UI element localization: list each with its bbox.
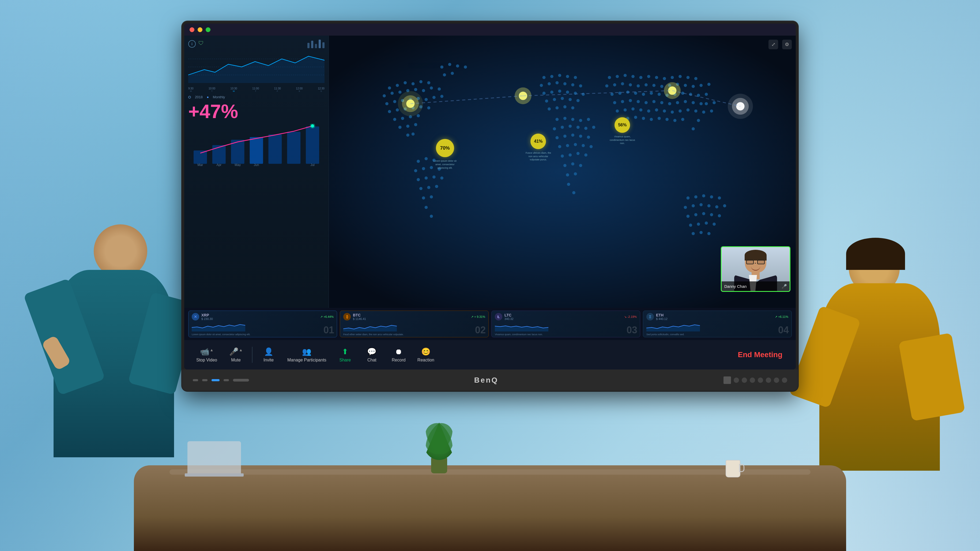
video-person-name: Danny Chan	[724, 284, 746, 288]
svg-point-89	[571, 83, 574, 86]
monitor-btn-2[interactable]	[733, 377, 739, 383]
collapse-icon[interactable]: ⤢	[768, 40, 778, 49]
svg-point-207	[673, 119, 677, 122]
svg-point-97	[545, 100, 548, 103]
svg-point-137	[572, 191, 576, 194]
svg-point-106	[555, 118, 559, 121]
svg-text:Jul: Jul	[310, 163, 314, 167]
svg-text:Apr: Apr	[216, 163, 221, 167]
settings-icon[interactable]: ⚙	[782, 40, 792, 49]
end-meeting-button[interactable]: End Meeting	[733, 348, 788, 362]
svg-point-48	[401, 117, 404, 120]
svg-point-217	[702, 194, 705, 197]
record-button[interactable]: ⏺ Record	[387, 345, 411, 365]
svg-point-113	[568, 124, 572, 128]
svg-point-145	[663, 77, 666, 80]
svg-point-23	[419, 80, 423, 83]
bubble-41[interactable]: 41% Fusce ultrices diam, the non arcu ve…	[525, 134, 552, 161]
ltc-price: 340.32	[504, 317, 514, 320]
svg-point-163	[708, 83, 711, 86]
svg-point-226	[687, 215, 690, 218]
svg-rect-7	[250, 137, 263, 164]
panel-header: i 🛡	[188, 40, 325, 48]
svg-point-236	[699, 231, 703, 234]
svg-point-117	[555, 136, 559, 140]
svg-point-29	[414, 88, 417, 91]
svg-point-191	[632, 107, 635, 111]
traffic-light-yellow[interactable]	[197, 27, 202, 32]
crypto-card-ltc[interactable]: Ł LTC 340.32 ↘ -2.19%	[492, 311, 640, 338]
svg-point-63	[425, 157, 428, 160]
map-controls: ⤢ ⚙	[768, 40, 792, 49]
microphone-icon: 🎤	[229, 347, 239, 356]
crypto-card-btc[interactable]: ₿ BTC $ 1146.41 ↗ + 9.31%	[340, 311, 488, 338]
time-label-1: 9:30	[188, 87, 193, 90]
svg-point-119	[571, 134, 574, 137]
svg-point-96	[582, 92, 585, 96]
monitor-usb	[212, 379, 220, 381]
mute-arrow-icon: ▲	[239, 348, 243, 352]
xrp-description: Lorem ipsum dolor sit amet, consectetur …	[192, 333, 334, 336]
monitor-btn-7[interactable]	[774, 377, 779, 383]
monitor-btn-1[interactable]	[724, 376, 731, 384]
chat-label: Chat	[368, 358, 377, 363]
info-icon[interactable]: i	[188, 40, 196, 48]
svg-point-34	[393, 100, 396, 104]
svg-point-129	[576, 152, 580, 155]
monitor-btn-8[interactable]	[782, 377, 787, 383]
svg-point-186	[684, 100, 687, 104]
svg-point-84	[574, 76, 577, 79]
monitor-right-controls	[724, 376, 787, 384]
xrp-change: ↗ +6.44%	[320, 315, 334, 318]
svg-point-33	[385, 102, 388, 105]
share-button[interactable]: ⬆ Share	[333, 345, 357, 365]
chat-button[interactable]: 💬 Chat	[360, 345, 384, 365]
svg-point-209	[705, 102, 708, 105]
stop-video-button[interactable]: 📹 ▲ Stop Video	[192, 345, 221, 365]
ltc-symbol: LTC	[504, 313, 514, 317]
svg-point-131	[563, 164, 566, 167]
monitor-btn-3[interactable]	[742, 377, 747, 383]
crypto-card-eth[interactable]: Ξ ETH $ 440.12 ↗ +6.11%	[643, 311, 792, 338]
traffic-light-red[interactable]	[189, 27, 194, 32]
monitor-btn-4[interactable]	[750, 377, 755, 383]
monitor-btn-5[interactable]	[758, 377, 763, 383]
svg-point-213	[697, 119, 700, 122]
year-selector: 2018 ● Monthly	[188, 95, 325, 99]
svg-point-72	[440, 177, 444, 180]
bubble-56[interactable]: 56% Vivamus quam, condimentum nec lacus …	[609, 117, 636, 145]
year-radio[interactable]	[188, 96, 191, 99]
svg-rect-10	[306, 126, 319, 164]
manage-participants-button[interactable]: 👥 Manage Participants	[283, 345, 331, 365]
svg-point-225	[723, 204, 726, 207]
svg-point-42	[396, 108, 399, 111]
video-thumbnail-danny: Danny Chan 🎤	[721, 246, 791, 292]
monitor-bar	[233, 379, 249, 382]
svg-point-75	[435, 185, 438, 188]
traffic-light-green[interactable]	[206, 27, 210, 32]
svg-point-86	[547, 82, 551, 85]
svg-point-94	[566, 91, 569, 94]
svg-point-40	[440, 95, 444, 98]
svg-point-140	[624, 74, 627, 77]
svg-point-127	[561, 154, 564, 158]
invite-button[interactable]: 👤 Invite	[256, 345, 281, 365]
btc-description: Feud ether setter diam, the non arcu veh…	[343, 333, 485, 336]
svg-point-156	[652, 84, 655, 87]
svg-point-215	[687, 196, 690, 199]
svg-point-170	[658, 92, 661, 96]
svg-point-102	[547, 107, 551, 111]
svg-point-74	[427, 186, 430, 189]
svg-point-25	[383, 94, 386, 97]
reaction-button[interactable]: 😊 Reaction	[414, 345, 438, 365]
crypto-strip: ✕ XRP $ 230.30 ↗ +6.44%	[184, 308, 796, 340]
mute-button[interactable]: 🎤 ▲ Mute	[224, 345, 248, 365]
ltc-arrow: ↘	[624, 315, 627, 318]
bubble-70[interactable]: 70% Lorem ipsum dolor sit amet, consecte…	[432, 139, 458, 169]
monitor-screen: i 🛡	[184, 24, 796, 369]
invite-label: Invite	[264, 358, 274, 363]
crypto-card-xrp[interactable]: ✕ XRP $ 230.30 ↗ +6.44%	[188, 311, 337, 338]
xrp-arrow: ↗	[320, 315, 323, 318]
svg-point-38	[425, 98, 428, 101]
monitor-btn-6[interactable]	[766, 377, 771, 383]
